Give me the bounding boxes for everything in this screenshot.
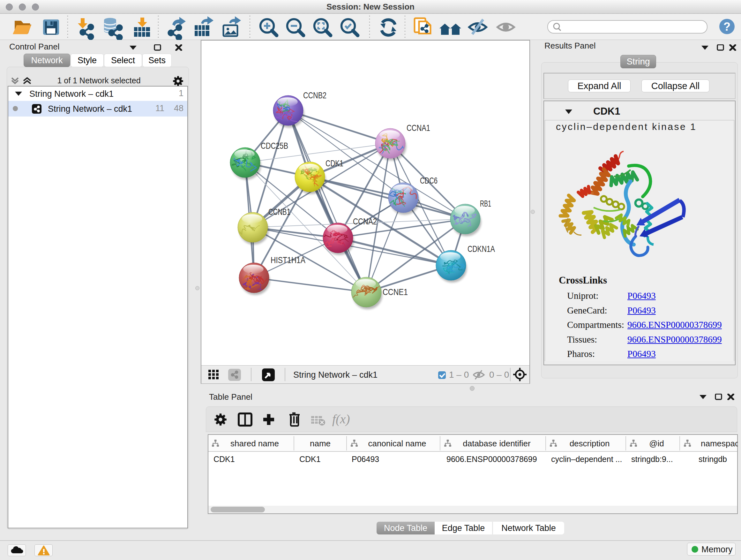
svg-text:namespace: namespace [701, 439, 738, 448]
svg-text:1 – 0: 1 – 0 [449, 370, 469, 380]
svg-text:String Network – cdk1: String Network – cdk1 [293, 370, 378, 380]
svg-text:CCNE1: CCNE1 [383, 287, 408, 297]
svg-text:CCNA2: CCNA2 [353, 216, 377, 226]
svg-text:canonical name: canonical name [368, 439, 426, 448]
svg-text:CCNA1: CCNA1 [407, 123, 430, 133]
svg-text:@id: @id [649, 439, 664, 448]
svg-text:CDK1: CDK1 [326, 159, 343, 168]
svg-text:RB1: RB1 [480, 199, 491, 208]
svg-text:0 – 0: 0 – 0 [489, 370, 509, 380]
svg-text:CDC25B: CDC25B [261, 141, 288, 151]
svg-text:CDKN1A: CDKN1A [468, 244, 495, 254]
svg-text:?: ? [724, 20, 731, 33]
svg-text:HIST1H1A: HIST1H1A [271, 255, 306, 265]
svg-text:CCNB2: CCNB2 [303, 90, 327, 100]
svg-text:name: name [310, 439, 331, 448]
svg-text:f(x): f(x) [332, 412, 350, 426]
svg-text:shared name: shared name [230, 439, 279, 448]
svg-text:CDC6: CDC6 [420, 176, 437, 186]
svg-text:CCNB1: CCNB1 [268, 207, 290, 217]
svg-text:description: description [569, 439, 610, 448]
svg-text:database identifier: database identifier [463, 439, 531, 448]
